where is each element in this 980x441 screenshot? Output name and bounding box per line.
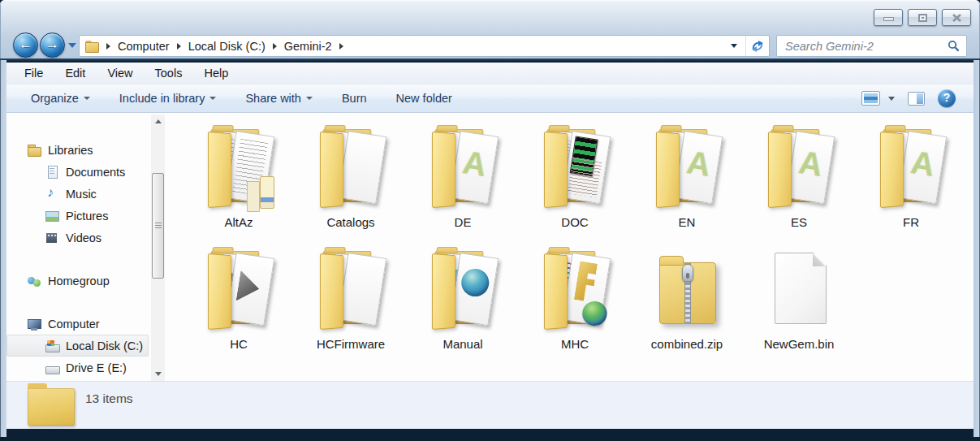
sidebar-item-label: Music (66, 188, 97, 201)
refresh-button[interactable] (745, 36, 769, 56)
homegroup-icon (27, 274, 41, 288)
menu-item-edit[interactable]: Edit (62, 65, 89, 81)
explorer-window: ← → Computer Local Disk (C:) Gemini-2 (0, 0, 980, 441)
file-label: AltAz (224, 215, 253, 229)
file-item-de[interactable]: DE (407, 119, 519, 241)
file-label: FR (903, 215, 919, 229)
search-icon[interactable] (948, 40, 960, 52)
icon-layer (320, 132, 343, 208)
sidebar-item-label: Drive E (E:) (66, 361, 127, 374)
sidebar-item-label: Local Disk (C:) (66, 339, 143, 352)
sidebar-item-label: Pictures (66, 210, 108, 223)
pictures-icon (45, 209, 59, 223)
folder-pdf-icon (757, 126, 841, 214)
forward-button[interactable]: → (40, 32, 65, 58)
scroll-down-button[interactable] (151, 367, 165, 381)
current-folder-icon (28, 388, 75, 426)
navigation-pane: Libraries Documents Music Pictures Video… (6, 115, 151, 381)
toolbar-item-organize[interactable]: Organize (31, 92, 90, 105)
icon-layer (775, 253, 827, 324)
icon-layer (208, 132, 231, 208)
file-label: Catalogs (326, 215, 374, 229)
file-item-fr[interactable]: FR (855, 119, 967, 241)
breadcrumb-separator-icon[interactable] (339, 43, 343, 50)
file-item-es[interactable]: ES (743, 119, 855, 241)
toolbar-item-burn[interactable]: Burn (342, 92, 367, 105)
toolbar-item-share-with[interactable]: Share with (245, 92, 313, 105)
folder-arrow-icon (196, 248, 281, 335)
file-label: NewGem.bin (764, 337, 835, 351)
scrollbar-thumb[interactable] (152, 173, 164, 279)
breadcrumb-separator-icon (106, 43, 110, 50)
file-label: HCFirmware (317, 337, 385, 351)
address-bar[interactable]: Computer Local Disk (C:) Gemini-2 (79, 35, 770, 57)
file-item-manual[interactable]: Manual (407, 241, 519, 363)
breadcrumb-separator-icon[interactable] (273, 43, 277, 50)
close-button[interactable] (942, 9, 971, 26)
scroll-up-button[interactable] (151, 115, 165, 128)
back-button[interactable]: ← (13, 32, 38, 58)
address-dropdown-icon[interactable] (731, 44, 737, 48)
file-label: EN (679, 215, 696, 229)
window-controls (874, 9, 971, 26)
change-view-icon[interactable] (861, 91, 880, 106)
breadcrumb-item-computer[interactable]: Computer (118, 40, 170, 53)
folder-text-icon (196, 126, 281, 214)
music-icon (45, 187, 59, 201)
sidebar-item-drive-e-e[interactable]: Drive E (E:) (6, 357, 149, 378)
folder-globe-icon (421, 248, 505, 335)
search-input[interactable] (784, 39, 948, 54)
icon-layer (544, 132, 568, 208)
file-item-newgem-bin[interactable]: NewGem.bin (743, 241, 855, 363)
icon-layer (432, 132, 455, 208)
sidebar-item-music[interactable]: Music (6, 183, 149, 205)
file-item-en[interactable]: EN (631, 119, 743, 241)
sidebar-item-videos[interactable]: Videos (6, 227, 149, 249)
sidebar-item-documents[interactable]: Documents (6, 161, 149, 183)
scroll-down-icon (155, 372, 162, 376)
sidebar-item-homegroup[interactable]: Homegroup (6, 270, 149, 292)
file-bin-icon (757, 248, 841, 335)
help-icon[interactable] (938, 89, 956, 107)
file-label: Manual (443, 337, 482, 351)
folder-blank-icon (309, 126, 393, 214)
sidebar-item-computer[interactable]: Computer (6, 313, 149, 335)
file-item-hc[interactable]: HC (183, 241, 295, 363)
sidebar-item-pictures[interactable]: Pictures (6, 205, 149, 227)
documents-icon (45, 165, 59, 179)
explorer-body: Libraries Documents Music Pictures Video… (6, 115, 974, 381)
preview-pane-icon[interactable] (908, 92, 925, 106)
toolbar-item-new-folder[interactable]: New folder (396, 92, 452, 105)
maximize-button[interactable] (908, 9, 937, 26)
breadcrumb: Computer Local Disk (C:) Gemini-2 (118, 40, 351, 53)
minimize-button[interactable] (874, 9, 903, 26)
file-item-altaz[interactable]: AltAz (183, 119, 295, 241)
window-frame-right (974, 60, 980, 437)
file-item-doc[interactable]: DOC (519, 119, 631, 241)
file-item-hcfirmware[interactable]: HCFirmware (295, 241, 407, 363)
file-label: DOC (561, 215, 588, 229)
sidebar-scrollbar[interactable] (151, 115, 165, 381)
file-item-combined-zip[interactable]: combined.zip (631, 241, 743, 363)
file-item-mhc[interactable]: MHC (519, 241, 631, 363)
breadcrumb-item-gemini-2[interactable]: Gemini-2 (284, 40, 332, 53)
menu-item-tools[interactable]: Tools (152, 65, 186, 81)
libraries-icon (27, 143, 41, 158)
change-view-caret-icon[interactable] (888, 97, 895, 101)
sidebar-item-libraries[interactable]: Libraries (6, 139, 149, 161)
icon-layer (544, 253, 568, 330)
breadcrumb-separator-icon[interactable] (177, 43, 181, 50)
menu-item-help[interactable]: Help (201, 65, 231, 81)
menu-item-view[interactable]: View (104, 65, 136, 81)
menu-item-file[interactable]: File (21, 65, 46, 81)
file-label: DE (455, 215, 472, 229)
recent-pages-chevron-icon[interactable] (68, 43, 76, 48)
breadcrumb-item-local-disk-c[interactable]: Local Disk (C:) (188, 40, 266, 53)
forward-arrow-icon: → (41, 37, 64, 53)
toolbar-item-include-in-library[interactable]: Include in library (119, 92, 217, 105)
file-item-catalogs[interactable]: Catalogs (295, 119, 407, 241)
close-icon (952, 13, 962, 23)
sidebar-item-local-disk-c[interactable]: Local Disk (C:) (6, 335, 149, 357)
menu-item-label: File (24, 67, 43, 80)
toolbar-commands: Organize Include in library Share with B… (31, 92, 481, 105)
